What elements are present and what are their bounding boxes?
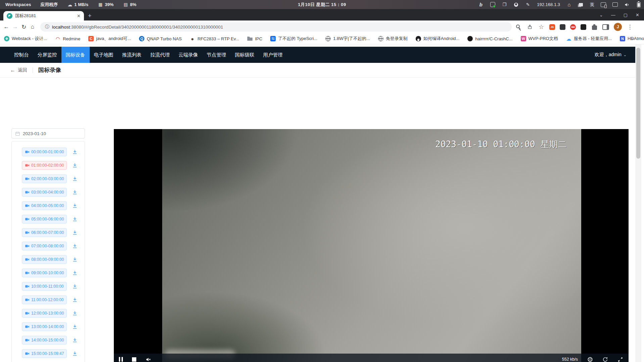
coffee-tray-icon[interactable]	[514, 3, 518, 7]
date-picker-input[interactable]: 2023-01-10	[11, 128, 85, 138]
recording-range-button[interactable]: 12:00:00-13:00:00	[22, 309, 67, 318]
recording-range-button[interactable]: 08:00:00-09:00:00	[22, 255, 67, 264]
home-icon[interactable]: ⌂	[28, 24, 37, 30]
bookmark-item[interactable]: 如何编译Android...	[416, 36, 460, 42]
download-recording-button[interactable]	[72, 324, 78, 330]
home-tray-icon[interactable]: ⌂	[566, 2, 572, 7]
recording-range-button[interactable]: 01:00:00-02:00:00	[22, 161, 67, 170]
browser-menu-icon[interactable]: ⋮	[627, 24, 633, 30]
player-refresh-icon[interactable]	[602, 357, 608, 362]
nav-tab[interactable]: 云端录像	[174, 47, 202, 63]
recording-range-button[interactable]: 02:00:00-03:00:00	[22, 174, 67, 183]
recording-range-button[interactable]: 14:00:00-15:00:00	[22, 336, 67, 345]
applications-menu-button[interactable]: 应用程序	[40, 2, 58, 8]
download-recording-button[interactable]	[72, 243, 78, 249]
devices-tray-icon[interactable]	[601, 2, 606, 7]
system-clock[interactable]: 1月10日 星期二 15：09	[298, 2, 346, 8]
profile-avatar[interactable]: J	[614, 23, 622, 31]
color-picker-tray-icon[interactable]: ✎	[525, 2, 531, 7]
forward-icon[interactable]: →	[11, 24, 19, 30]
bookmark-item[interactable]: ● RFC2833 – RTP Ev...	[190, 36, 239, 41]
user-menu[interactable]: 欢迎，admin ⌄	[595, 47, 635, 63]
nav-tab[interactable]: 用户管理	[259, 47, 287, 63]
video-player[interactable]: 2023-01-10 01:00:00 星期二 552 kb/s	[114, 129, 629, 362]
share-icon[interactable]	[526, 24, 533, 30]
password-manager-icon[interactable]	[516, 24, 521, 30]
recording-range-button[interactable]: 05:00:00-06:00:00	[22, 215, 67, 224]
window-close-icon[interactable]: ✕	[636, 12, 639, 17]
page-scrollbar[interactable]	[635, 44, 641, 362]
recording-range-button[interactable]: 15:00:00-15:09:47	[22, 349, 67, 358]
nav-tab[interactable]: 分屏监控	[33, 47, 61, 63]
download-recording-button[interactable]	[72, 216, 78, 222]
reload-icon[interactable]: ↻	[19, 24, 28, 31]
nav-tab[interactable]: 国标设备	[61, 47, 90, 63]
bookmark-item[interactable]: ☁ 服务器 - 轻量应用...	[566, 36, 612, 42]
battery-icon[interactable]	[637, 2, 641, 7]
player-mute-icon[interactable]	[145, 357, 151, 362]
download-recording-button[interactable]	[72, 176, 78, 182]
recording-range-button[interactable]: 10:00:00-11:00:00	[22, 282, 67, 291]
snapshot-aperture-icon[interactable]	[587, 357, 593, 362]
window-menu-icon[interactable]: ⌄	[599, 12, 603, 17]
extension-black-icon[interactable]	[581, 24, 586, 30]
nav-tab[interactable]: 推流列表	[118, 47, 146, 63]
download-recording-button[interactable]	[72, 149, 78, 155]
bookmark-item[interactable]: C java、android可...	[88, 36, 131, 42]
extensions-puzzle-icon[interactable]	[592, 26, 597, 30]
player-stop-icon[interactable]	[132, 357, 136, 362]
side-panel-icon[interactable]	[602, 24, 609, 30]
download-recording-button[interactable]	[72, 283, 78, 289]
recording-range-button[interactable]: 06:00:00-07:00:00	[22, 228, 67, 237]
bookmark-item[interactable]: ❖ Webstack - 设计...	[4, 36, 47, 42]
recording-range-button[interactable]: 11:00:00-12:00:00	[22, 295, 67, 304]
url-bar[interactable]: ⓘ localhost:38080/#/gbRecordDetail/34020…	[40, 22, 512, 32]
workspaces-overlap-icon[interactable]	[579, 3, 583, 6]
bookmark-item[interactable]: W WVP-PRO文档	[521, 36, 558, 42]
bookmarks-overflow-chevron[interactable]: »	[631, 36, 639, 41]
download-recording-button[interactable]	[72, 270, 78, 276]
extension-dark-icon[interactable]	[560, 24, 565, 30]
bookmark-item[interactable]: 知 了不起的 TypeScri...	[270, 36, 317, 42]
workspaces-button[interactable]: Workspaces	[5, 2, 31, 7]
recording-range-button[interactable]: 09:00:00-10:00:00	[22, 269, 67, 277]
recording-range-button[interactable]: 03:00:00-04:00:00	[22, 188, 67, 197]
recording-range-button[interactable]: 13:00:00-14:00:00	[22, 322, 67, 331]
input-method-indicator[interactable]: 英	[590, 2, 594, 8]
volume-tray-icon[interactable]	[624, 2, 630, 7]
fullscreen-icon[interactable]	[617, 357, 623, 362]
download-recording-button[interactable]	[72, 337, 78, 343]
bookmark-item[interactable]: hairrrrr/C-CrashC...	[467, 36, 512, 41]
display-tray-icon[interactable]	[612, 2, 618, 7]
nav-tab[interactable]: 电子地图	[90, 47, 118, 63]
download-recording-button[interactable]	[72, 297, 78, 303]
site-info-icon[interactable]: ⓘ	[45, 24, 49, 30]
nav-tab[interactable]: 控制台	[10, 47, 33, 63]
download-recording-button[interactable]	[72, 162, 78, 168]
recording-range-button[interactable]: 07:00:00-08:00:00	[22, 242, 67, 250]
clipboard-tray-icon[interactable]: ❐	[502, 2, 507, 7]
bookmark-item[interactable]: Q QNAP Turbo NAS	[139, 36, 182, 41]
recording-range-button[interactable]: 00:00:00-01:00:00	[22, 148, 67, 156]
nav-tab[interactable]: 节点管理	[202, 47, 231, 63]
back-icon[interactable]: ←	[2, 24, 11, 30]
ip-address-indicator[interactable]: 192.168.1.3	[537, 2, 560, 7]
download-recording-button[interactable]	[72, 256, 78, 263]
extension-blocker-icon[interactable]	[570, 24, 576, 30]
bookmark-item[interactable]: IPC	[247, 36, 262, 41]
scrollbar-thumb[interactable]	[636, 48, 640, 159]
download-recording-button[interactable]	[72, 351, 78, 357]
bookmark-item[interactable]: 1.8W字|了不起的...	[325, 36, 370, 42]
recording-range-button[interactable]: 04:00:00-05:00:00	[22, 201, 67, 210]
download-recording-button[interactable]	[72, 203, 78, 209]
download-recording-button[interactable]	[72, 310, 78, 316]
tab-close-icon[interactable]: ✕	[77, 13, 81, 18]
player-pause-icon[interactable]	[119, 357, 123, 362]
extension-js-icon[interactable]: JS	[549, 24, 555, 30]
bookmark-item[interactable]: ◠ Redmine	[55, 36, 80, 41]
bookmark-star-icon[interactable]: ☆	[538, 24, 545, 30]
bing-tray-icon[interactable]: b	[478, 2, 484, 7]
window-minimize-icon[interactable]: —	[611, 12, 615, 17]
notes-app-tray-icon[interactable]	[490, 2, 495, 7]
download-recording-button[interactable]	[72, 230, 78, 236]
